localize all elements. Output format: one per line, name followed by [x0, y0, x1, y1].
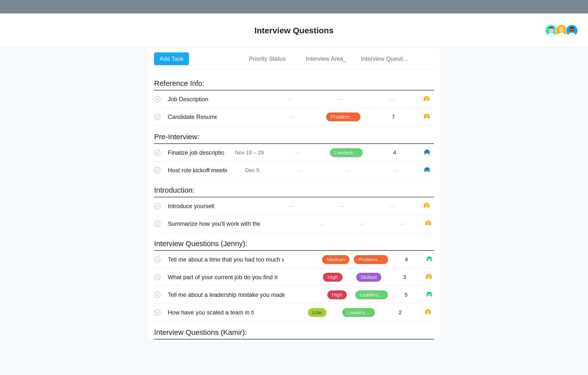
empty-dash: —: [290, 114, 296, 120]
priority-cell[interactable]: Medium: [320, 255, 351, 264]
question-count-cell[interactable]: 5: [390, 292, 422, 298]
complete-checkbox[interactable]: [154, 221, 160, 227]
area-cell[interactable]: Skillset: [352, 273, 385, 282]
section-header[interactable]: Interview Questions (Jenny):: [154, 233, 434, 251]
task-name[interactable]: Tell me about a leadership mistake you m…: [163, 291, 285, 298]
task-name[interactable]: Summarize how you'll work with the candi…: [163, 220, 260, 227]
assignee-cell[interactable]: [420, 167, 434, 174]
question-count-cell[interactable]: —: [383, 221, 420, 227]
question-count-cell[interactable]: 4: [372, 150, 418, 156]
add-task-button[interactable]: Add Task: [154, 52, 189, 65]
priority-cell[interactable]: High: [316, 273, 350, 282]
task-name[interactable]: Finalize job description: [163, 149, 224, 156]
task-name[interactable]: How have you scaled a team in the past?: [163, 309, 254, 316]
task-row[interactable]: How have you scaled a team in the past?L…: [154, 304, 434, 321]
area-cell[interactable]: —: [316, 96, 365, 102]
assignee-cell[interactable]: [422, 309, 434, 316]
area-cell[interactable]: Problem …: [354, 255, 388, 264]
assignee-avatar[interactable]: [424, 149, 430, 156]
area-cell[interactable]: —: [343, 221, 380, 227]
priority-cell[interactable]: Low: [298, 308, 337, 317]
assignee-avatar[interactable]: [425, 220, 432, 227]
complete-checkbox[interactable]: [154, 203, 160, 209]
assignee-avatar[interactable]: [423, 202, 430, 209]
area-cell[interactable]: Leaders…: [323, 148, 369, 157]
area-pill: Leaders…: [330, 148, 363, 157]
assignee-avatar[interactable]: [424, 167, 430, 174]
question-count-cell[interactable]: 3: [388, 274, 421, 280]
task-row[interactable]: Candidate Resume—Problem …7: [154, 108, 434, 126]
area-cell[interactable]: —: [318, 203, 366, 209]
priority-cell[interactable]: —: [303, 221, 340, 227]
assignee-avatar[interactable]: [426, 256, 433, 263]
question-count-cell[interactable]: —: [369, 203, 417, 209]
empty-dash: —: [295, 150, 301, 156]
task-name[interactable]: Introduce yourself: [163, 203, 214, 210]
task-row[interactable]: Tell me about a leadership mistake you m…: [154, 286, 434, 304]
assignee-cell[interactable]: [419, 96, 434, 103]
complete-checkbox[interactable]: [154, 96, 160, 102]
assignee-cell[interactable]: [419, 202, 434, 210]
assignee-cell[interactable]: [420, 113, 434, 121]
task-name[interactable]: Host role kickoff meeting: [163, 167, 227, 174]
complete-checkbox[interactable]: [154, 114, 160, 120]
question-count-cell[interactable]: —: [373, 167, 418, 174]
question-count-cell[interactable]: —: [368, 96, 417, 102]
task-row[interactable]: Host role kickoff meetingDec 5———: [154, 162, 434, 179]
section-header[interactable]: Pre-Interview:: [154, 126, 434, 144]
window-chrome: [0, 0, 588, 13]
complete-checkbox[interactable]: [154, 292, 160, 298]
column-header-area[interactable]: Interview Area_: [302, 55, 351, 62]
priority-cell[interactable]: —: [269, 114, 317, 120]
column-header-questions[interactable]: Interview Questi…: [360, 55, 409, 62]
assignee-cell[interactable]: [420, 149, 434, 156]
assignee-avatar[interactable]: [423, 96, 430, 102]
complete-checkbox[interactable]: [154, 309, 160, 316]
section-header[interactable]: Interview Questions (Kamir):: [154, 321, 434, 339]
priority-cell[interactable]: —: [277, 167, 323, 174]
complete-checkbox[interactable]: [154, 256, 160, 263]
empty-dash: —: [392, 167, 398, 173]
question-count-cell[interactable]: 7: [369, 114, 417, 120]
assignee-avatar[interactable]: [423, 113, 430, 120]
assignee-cell[interactable]: [423, 220, 434, 227]
task-row[interactable]: Introduce yourself———: [154, 197, 434, 215]
priority-cell[interactable]: —: [267, 203, 315, 209]
task-name[interactable]: Tell me about a time that you had too mu…: [163, 256, 284, 263]
assignee-cell[interactable]: [424, 291, 434, 299]
task-row[interactable]: Finalize job descriptionNov 19 – 29—Lead…: [154, 144, 434, 162]
assignee-cell[interactable]: [424, 274, 434, 281]
task-name[interactable]: Job Description: [163, 96, 211, 103]
column-headers: Priority Status Interview Area_ Intervie…: [243, 55, 434, 62]
section-header[interactable]: Introduction:: [154, 179, 434, 197]
priority-cell[interactable]: —: [265, 96, 314, 102]
task-due-date[interactable]: Nov 19 – 29: [226, 150, 272, 156]
task-name[interactable]: What part of your current job do you fin…: [163, 274, 278, 281]
area-cell[interactable]: Leaders…: [355, 290, 388, 299]
question-count-cell[interactable]: 2: [381, 309, 420, 316]
area-cell[interactable]: Leaders…: [339, 308, 378, 317]
priority-cell[interactable]: High: [321, 290, 353, 299]
collaborator-avatar[interactable]: [565, 24, 578, 37]
empty-dash: —: [345, 167, 350, 173]
assignee-cell[interactable]: [425, 256, 434, 263]
task-row[interactable]: Job Description———: [154, 90, 434, 108]
section-header[interactable]: Reference Info:: [154, 72, 434, 90]
task-row[interactable]: Summarize how you'll work with the candi…: [154, 215, 434, 233]
assignee-avatar[interactable]: [426, 291, 433, 298]
page-header: Interview Questions: [0, 13, 588, 48]
area-cell[interactable]: —: [325, 167, 370, 174]
complete-checkbox[interactable]: [154, 274, 160, 280]
assignee-avatar[interactable]: [425, 274, 432, 280]
complete-checkbox[interactable]: [154, 167, 160, 174]
task-row[interactable]: Tell me about a time that you had too mu…: [154, 251, 434, 268]
complete-checkbox[interactable]: [154, 150, 160, 156]
assignee-avatar[interactable]: [425, 309, 431, 316]
priority-cell[interactable]: —: [275, 150, 321, 156]
task-due-date[interactable]: Dec 5: [230, 167, 275, 174]
question-count-cell[interactable]: 4: [391, 256, 422, 263]
area-cell[interactable]: Problem …: [319, 112, 367, 121]
task-row[interactable]: What part of your current job do you fin…: [154, 268, 434, 286]
task-name[interactable]: Candidate Resume: [163, 113, 217, 120]
column-header-priority[interactable]: Priority Status: [243, 55, 292, 62]
